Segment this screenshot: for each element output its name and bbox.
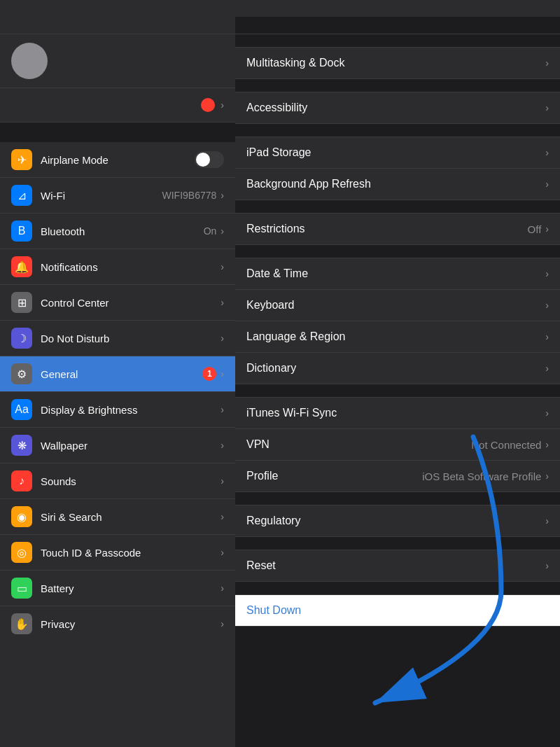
settings-group-inner-4: Date & Time›Keyboard›Language & Region›D…: [235, 258, 560, 384]
sidebar-item-wifi[interactable]: ⊿Wi-FiWIFI9B6778›: [0, 178, 235, 214]
settings-group-2: iPad Storage›Background App Refresh›: [235, 137, 560, 200]
settings-row-vpn[interactable]: VPNNot Connected›: [235, 429, 560, 461]
settings-row-chevron-profile: ›: [545, 470, 549, 482]
settings-group-5: iTunes Wi-Fi Sync›VPNNot Connected›Profi…: [235, 397, 560, 492]
wifi-icon: ⊿: [11, 185, 32, 206]
settings-row-label-keyboard: Keyboard: [246, 299, 545, 312]
sidebar-item-value-bluetooth: On: [204, 225, 217, 237]
sidebar-item-label-wifi: Wi-Fi: [41, 190, 162, 202]
settings-group-inner-6: Regulatory›: [235, 505, 560, 537]
settings-row-label-accessibility: Accessibility: [246, 102, 545, 114]
settings-group-inner-7: Reset›: [235, 550, 560, 582]
toggle-airplane[interactable]: [195, 151, 224, 168]
chevron-bluetooth: ›: [220, 225, 224, 237]
sidebar-item-bluetooth[interactable]: BBluetoothOn›: [0, 214, 235, 249]
settings-row-regulatory[interactable]: Regulatory›: [235, 505, 560, 536]
settings-group-inner-2: iPad Storage›Background App Refresh›: [235, 137, 560, 200]
settings-row-restrictions[interactable]: RestrictionsOff›: [235, 214, 560, 244]
sidebar-title: [0, 17, 235, 34]
sidebar-items: ✈Airplane Mode⊿Wi-FiWIFI9B6778›BBluetoot…: [0, 142, 235, 641]
wallpaper-icon: ❋: [11, 435, 32, 456]
sidebar-item-display[interactable]: AaDisplay & Brightness›: [0, 392, 235, 428]
touchid-icon: ◎: [11, 542, 32, 563]
sidebar-item-wallpaper[interactable]: ❋Wallpaper›: [0, 428, 235, 463]
profile-section[interactable]: [0, 34, 235, 88]
panel-header: [235, 17, 560, 34]
sidebar-item-touchid[interactable]: ◎Touch ID & Passcode›: [0, 535, 235, 571]
settings-row-chevron-keyboard: ›: [545, 300, 549, 311]
control-center-icon: ⊞: [11, 292, 32, 313]
sidebar-item-siri[interactable]: ◉Siri & Search›: [0, 499, 235, 535]
sidebar-item-control-center[interactable]: ⊞Control Center›: [0, 285, 235, 321]
apple-id-suggestions-row[interactable]: ›: [0, 88, 235, 123]
settings-row-label-language-region: Language & Region: [246, 330, 545, 343]
right-panel: Multitasking & Dock›Accessibility›iPad S…: [235, 17, 560, 627]
badge-general: 1: [202, 367, 216, 381]
airplane-icon: ✈: [11, 149, 32, 170]
settings-row-label-restrictions: Restrictions: [246, 223, 528, 235]
sidebar-item-battery[interactable]: ▭Battery›: [0, 571, 235, 606]
chevron-general: ›: [220, 368, 224, 379]
chevron-siri: ›: [220, 511, 224, 522]
settings-row-reset[interactable]: Reset›: [235, 550, 560, 581]
settings-row-itunes-wifi[interactable]: iTunes Wi-Fi Sync›: [235, 398, 560, 429]
chevron-sounds: ›: [220, 475, 224, 487]
sounds-icon: ♪: [11, 470, 32, 491]
sidebar-item-label-bluetooth: Bluetooth: [41, 225, 204, 237]
sidebar-item-label-display: Display & Brightness: [41, 404, 220, 416]
chevron-wallpaper: ›: [220, 440, 224, 451]
settings-row-value-profile: iOS Beta Software Profile: [422, 470, 541, 482]
settings-row-chevron-language-region: ›: [545, 331, 549, 342]
settings-group-4: Date & Time›Keyboard›Language & Region›D…: [235, 258, 560, 384]
sidebar-item-label-siri: Siri & Search: [41, 511, 220, 523]
settings-row-chevron-background-refresh: ›: [545, 179, 549, 190]
settings-row-label-dictionary: Dictionary: [246, 362, 545, 375]
battery-icon: ▭: [11, 578, 32, 599]
sidebar-item-notifications[interactable]: 🔔Notifications›: [0, 249, 235, 285]
sidebar-item-label-sounds: Sounds: [41, 475, 220, 487]
sidebar-item-do-not-disturb[interactable]: ☽Do Not Disturb›: [0, 321, 235, 356]
settings-group-6: Regulatory›: [235, 505, 560, 537]
settings-row-keyboard[interactable]: Keyboard›: [235, 290, 560, 321]
settings-row-background-refresh[interactable]: Background App Refresh›: [235, 169, 560, 200]
settings-group-1: Accessibility›: [235, 92, 560, 124]
settings-group-inner-5: iTunes Wi-Fi Sync›VPNNot Connected›Profi…: [235, 397, 560, 492]
sidebar-item-label-control-center: Control Center: [41, 297, 220, 309]
main-layout: › ✈Airplane Mode⊿Wi-FiWIFI9B6778›BBlueto…: [0, 17, 560, 747]
settings-row-profile[interactable]: ProfileiOS Beta Software Profile›: [235, 461, 560, 491]
sidebar-item-airplane[interactable]: ✈Airplane Mode: [0, 142, 235, 178]
chevron-privacy: ›: [220, 618, 224, 629]
sidebar-item-label-notifications: Notifications: [41, 261, 220, 273]
sidebar-item-label-general: General: [41, 368, 202, 380]
settings-row-dictionary[interactable]: Dictionary›: [235, 353, 560, 384]
suggestions-badge: [201, 98, 215, 112]
settings-row-chevron-date-time: ›: [545, 268, 549, 279]
settings-row-accessibility[interactable]: Accessibility›: [235, 92, 560, 123]
settings-row-chevron-accessibility: ›: [545, 102, 549, 113]
sidebar-item-sounds[interactable]: ♪Sounds›: [0, 463, 235, 499]
sidebar-item-label-airplane: Airplane Mode: [41, 154, 195, 166]
settings-group-inner-1: Accessibility›: [235, 92, 560, 124]
settings-row-date-time[interactable]: Date & Time›: [235, 258, 560, 290]
settings-row-multitasking[interactable]: Multitasking & Dock›: [235, 48, 560, 78]
chevron-display: ›: [220, 404, 224, 415]
bluetooth-icon: B: [11, 221, 32, 242]
settings-row-chevron-vpn: ›: [545, 439, 549, 450]
settings-row-language-region[interactable]: Language & Region›: [235, 321, 560, 353]
avatar: [11, 43, 48, 79]
sidebar-item-privacy[interactable]: ✋Privacy›: [0, 606, 235, 641]
sidebar-item-label-privacy: Privacy: [41, 618, 220, 630]
chevron-wifi: ›: [220, 190, 224, 201]
settings-row-label-reset: Reset: [246, 559, 545, 572]
settings-row-ipad-storage[interactable]: iPad Storage›: [235, 137, 560, 169]
notifications-icon: 🔔: [11, 256, 32, 277]
settings-row-chevron-itunes-wifi: ›: [545, 407, 549, 419]
chevron-battery: ›: [220, 582, 224, 594]
settings-row-shutdown[interactable]: Shut Down: [235, 595, 560, 626]
chevron-touchid: ›: [220, 547, 224, 558]
sidebar-item-general[interactable]: ⚙General1›: [0, 356, 235, 392]
siri-icon: ◉: [11, 506, 32, 527]
sidebar-item-value-wifi: WIFI9B6778: [162, 190, 217, 201]
settings-group-inner-0: Multitasking & Dock›: [235, 47, 560, 79]
right-panel-wrapper: Multitasking & Dock›Accessibility›iPad S…: [235, 17, 560, 747]
